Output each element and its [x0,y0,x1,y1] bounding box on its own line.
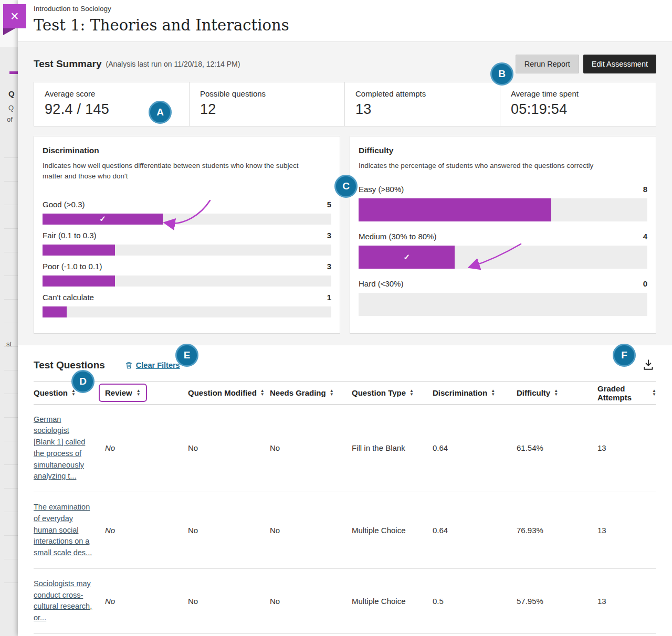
page-title: Test 1: Theories and Interactions [34,16,656,34]
review-cell: No [105,443,188,452]
question-link[interactable]: German sociologist [Blank 1] called the … [34,414,92,483]
background-text-fragment: of [7,115,13,123]
background-accent-bar [9,71,18,74]
bar-cant-calculate: Can't calculate 1 [43,293,331,317]
test-summary-heading: Test Summary [34,58,102,70]
difficulty-chart-title: Difficulty [359,146,647,155]
graded-attempts-cell: 13 [597,526,656,535]
test-summary-section: Test Summary (Analysis last run on 11/20… [18,41,672,345]
bar-good: Good (>0.3) 5 ✓ [43,200,331,225]
column-header-discrimination[interactable]: Discrimination ▲▼ [433,388,517,397]
question-modified-cell: No [188,443,270,452]
discrimination-cell: 0.5 [433,597,517,606]
question-link[interactable]: Sociologists may conduct cross-cultural … [34,578,92,624]
bar-easy: Easy (>80%) 8 [359,185,647,221]
stat-average-time-spent: Average time spent 05:19:54 [500,82,656,126]
question-type-cell: Multiple Choice [352,597,433,606]
column-header-graded-attempts[interactable]: Graded Attempts ▲▼ [597,384,656,402]
question-link[interactable]: The examination of everyday human social… [34,502,92,559]
difficulty-chart-description: Indicates the percentage of students who… [359,161,627,171]
sort-icon[interactable]: ▲▼ [71,389,76,396]
clear-filters-link[interactable]: Clear Filters [125,361,180,369]
table-row: German sociologist [Blank 1] called the … [34,405,656,493]
graded-attempts-cell: 13 [597,443,656,452]
graded-attempts-cell: 13 [597,597,656,606]
sort-icon[interactable]: ▲▼ [652,389,656,396]
breadcrumb: Introduction to Sociology [34,5,656,13]
column-header-needs-grading[interactable]: Needs Grading ▲▼ [270,388,352,397]
review-highlight-box: Review ▲▼ [99,384,147,402]
discrimination-chart: Discrimination Indicates how well questi… [34,136,340,334]
assessment-analysis-panel: Introduction to Sociology Test 1: Theori… [18,0,672,636]
discrimination-chart-title: Discrimination [43,146,331,155]
stat-average-score: Average score 92.4 / 145 [34,82,190,126]
difficulty-cell: 57.95% [517,597,597,606]
table-row: Sociologists may conduct cross-cultural … [34,569,656,634]
questions-table: Question ▲▼ Review ▲▼ Question Modified … [34,381,656,634]
stat-possible-questions: Possible questions 12 [190,82,345,126]
sort-icon[interactable]: ▲▼ [330,389,334,396]
needs-grading-cell: No [270,526,352,535]
needs-grading-cell: No [270,443,352,452]
column-header-review[interactable]: Review ▲▼ [105,384,188,402]
panel-header: Introduction to Sociology Test 1: Theori… [18,0,672,41]
close-panel-button[interactable]: × [3,4,26,35]
bar-medium: Medium (30% to 80%) 4 ✓ [359,232,647,269]
review-cell: No [105,597,188,606]
edit-assessment-button[interactable]: Edit Assessment [583,55,656,73]
column-header-difficulty[interactable]: Difficulty ▲▼ [517,388,597,397]
summary-stat-cards: Average score 92.4 / 145 Possible questi… [34,82,656,126]
download-results-button[interactable] [640,357,656,374]
sort-icon[interactable]: ▲▼ [410,389,414,396]
test-questions-heading: Test Questions [34,359,105,371]
needs-grading-cell: No [270,597,352,606]
test-questions-section: Test Questions Clear Filters Question ▲▼ [18,345,672,634]
difficulty-cell: 76.93% [517,526,597,535]
close-icon: × [10,8,19,25]
analysis-last-run-text: (Analysis last run on 11/20/18, 12:14 PM… [106,60,240,68]
sort-icon[interactable]: ▲▼ [491,389,495,396]
background-row-lines [4,134,18,596]
difficulty-chart: Difficulty Indicates the percentage of s… [350,136,656,334]
difficulty-cell: 61.54% [517,443,597,452]
stat-completed-attempts: Completed attempts 13 [345,82,500,126]
background-text-fragment: Q [8,104,14,112]
bar-fair: Fair (0.1 to 0.3) 3 [43,231,331,256]
sort-icon[interactable]: ▲▼ [136,389,141,396]
checkmark-icon: ✓ [403,252,410,262]
download-icon [642,358,655,372]
column-header-question[interactable]: Question ▲▼ [34,388,105,397]
sort-icon[interactable]: ▲▼ [554,389,558,396]
bar-hard: Hard (<30%) 0 [359,279,647,316]
ribbon-fold [3,28,15,35]
discrimination-cell: 0.64 [433,526,517,535]
rerun-report-button[interactable]: Rerun Report [516,55,579,73]
checkmark-icon: ✓ [99,214,106,224]
column-header-question-modified[interactable]: Question Modified ▲▼ [188,388,270,397]
question-modified-cell: No [188,597,270,606]
table-header-row: Question ▲▼ Review ▲▼ Question Modified … [34,381,656,405]
discrimination-chart-description: Indicates how well questions differentia… [43,161,311,182]
bar-poor: Poor (-1.0 to 0.1) 3 [43,262,331,287]
column-header-question-type[interactable]: Question Type ▲▼ [352,388,433,397]
question-type-cell: Fill in the Blank [352,443,433,452]
review-cell: No [105,526,188,535]
table-row: The examination of everyday human social… [34,492,656,569]
trash-icon [125,361,133,369]
question-modified-cell: No [188,526,270,535]
question-type-cell: Multiple Choice [352,526,433,535]
sort-icon[interactable]: ▲▼ [260,389,265,396]
background-text-fragment: Q [8,89,15,98]
screenshot-viewport: Q Q of st × Introduction to Sociology Te… [0,0,672,636]
background-page-strip: Q Q of st [0,0,18,636]
discrimination-cell: 0.64 [433,443,517,452]
